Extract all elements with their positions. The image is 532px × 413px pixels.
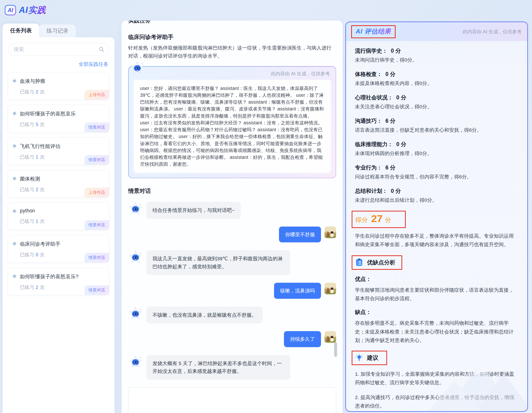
tab-practice-records[interactable]: 练习记录 <box>39 25 76 37</box>
cons-text: 存在较多明显不足。病史采集不完整，未询问药物和过敏史、流行病学史；未提及体格检查… <box>355 319 518 344</box>
user-message-row: 咳嗽，流鼻涕吗 <box>128 283 336 299</box>
app-title: AI实践 <box>19 4 46 16</box>
user-avatar <box>324 283 336 294</box>
robot-mascot <box>130 61 145 76</box>
task-type-badge: 情景对话 <box>85 285 109 295</box>
task-card-title: 血液与肿瘤 <box>20 78 81 84</box>
main-scrollbar-thumb[interactable] <box>334 342 337 357</box>
evaluation-title: AI 评估结果 <box>356 28 391 35</box>
task-card[interactable]: 血液与肿瘤 已练习2次 上传作品 <box>8 72 109 100</box>
ai-generated-disclaimer: 此内容由 AI 生成，仅供参考 <box>463 28 522 35</box>
user-avatar <box>324 226 336 238</box>
robot-star-avatar-icon <box>128 355 143 370</box>
score-item: 心理社会状况：0 分 未关注患者心理社会状况，得0分。 <box>355 94 518 110</box>
bullet-dot-icon <box>13 242 16 245</box>
task-card-title: 临床问诊考评助手 <box>20 241 81 247</box>
practice-main-panel: 实践任务 临床问诊考评助手 针对发热（发热伴双侧颈部和腹股沟淋巴结肿大）这一症状… <box>122 20 343 413</box>
robot-star-avatar-icon <box>128 250 143 265</box>
bullet-dot-icon <box>13 112 16 115</box>
bot-avatar <box>128 355 143 371</box>
advice-item: 2. 提高沟通技巧，在问诊过程中多关心患者感受，给予适当的安抚，增强患者的信任。 <box>355 393 518 410</box>
bot-message-bubble: 不咳嗽，也没有流鼻涕，就是喉咙有点不舒服。 <box>146 307 263 324</box>
task-type-badge: 情景对话 <box>85 220 109 230</box>
search-input[interactable] <box>8 43 109 56</box>
section-title-scenario-dialog: 情景对话 <box>128 187 151 195</box>
dialog-transcript: user：您好，请问您最近哪里不舒服？ assistant：医生，我这几天发烧，… <box>133 80 331 173</box>
task-type-badge: 情景对话 <box>85 122 109 132</box>
task-type-badge: 上传作品 <box>85 188 109 197</box>
app-header: AI AI实践 <box>5 4 46 16</box>
bot-message-row: 结合任务情景开始练习，与我对话吧~ <box>128 202 336 219</box>
tab-task-list[interactable]: 任务列表 <box>3 24 39 37</box>
task-list: 血液与肿瘤 已练习2次 上传作品 如何听懂孩子的喜怒哀乐 已练习5次 情景对话 … <box>8 72 109 295</box>
score-list: 流行病学史：0 分 未询问流行病学史，得0分。 体格检查：0 分 未提及体格检查… <box>355 47 518 203</box>
ai-transcript-box: 此内容由 AI 生成，仅供参考 user：您好，请问您最近哪里不舒服？ assi… <box>128 66 336 178</box>
task-type-badge: 上传作品 <box>85 90 109 100</box>
bullet-dot-icon <box>13 145 16 147</box>
task-card-title: 如何听懂孩子的喜怒哀乐 <box>20 110 81 117</box>
pros-text: 学生能够简洁地询问患者主要症状和部分伴随症状，语言表达较为直接，基本符合问诊的初… <box>355 286 518 303</box>
all-tasks-link[interactable]: 全部实践任务 <box>8 61 108 67</box>
pros-cons-title: 优缺点分析 <box>367 259 395 266</box>
score-item: 临床推理能力：0 分 未体现对病因的分析推理，得0分。 <box>355 141 518 157</box>
bot-avatar <box>128 202 143 217</box>
user-message-bubble: 咳嗽，流鼻涕吗 <box>274 283 321 299</box>
robot-star-avatar-icon <box>128 307 143 321</box>
score-item: 专业行为：6 分 问诊过程基本符合专业规范，但内容不完整，得6分。 <box>355 164 518 180</box>
advice-section-header: 建议 <box>352 351 387 365</box>
user-photo-avatar <box>324 283 336 294</box>
user-photo-avatar <box>324 226 336 238</box>
annotation-box-eval-title: AI 评估结果 <box>351 25 396 38</box>
sidebar-panel: 全部实践任务 血液与肿瘤 已练习2次 上传作品 如何听懂孩子的喜怒哀乐 已练习5… <box>3 37 114 413</box>
chat-message-input[interactable] <box>128 387 336 413</box>
advice-title: 建议 <box>367 354 378 362</box>
bot-avatar <box>128 307 143 322</box>
user-message-bubble: 持续多久了 <box>284 331 321 347</box>
task-card[interactable]: 如何听懂孩子的喜怒哀乐 已练习5次 情景对话 <box>8 105 109 132</box>
total-score-value: 27 <box>371 213 383 225</box>
score-item: 流行病学史：0 分 未询问流行病学史，得0分。 <box>355 47 518 63</box>
robot-star-avatar-icon <box>128 202 143 216</box>
task-card-title: 飞机飞行性能评估 <box>20 143 81 150</box>
task-card[interactable]: 飞机飞行性能评估 已练习1次 情景对话 <box>8 137 109 165</box>
pros-label: 优点： <box>355 275 518 283</box>
evaluation-summary: 学生在问诊过程中存在较多不足，整体询诊水平有待提高。专业知识运用和病史采集不够全… <box>355 232 518 249</box>
sidebar: 任务列表 练习记录 全部实践任务 血液与肿瘤 已练习2次 上传作品 如何听懂孩子… <box>3 24 114 413</box>
bot-message-row: 不咳嗽，也没有流鼻涕，就是喉咙有点不舒服。 <box>128 307 336 324</box>
task-card[interactable]: 如何听懂孩子的喜怒哀乐? 已练习2次 情景对话 <box>8 268 109 295</box>
chat-area: 结合任务情景开始练习，与我对话吧~ 你哪里不舒服 我这几天一直发烧，最高烧到39… <box>128 202 336 380</box>
search-icon <box>98 46 104 53</box>
task-type-badge: 情景对话 <box>85 253 109 263</box>
total-score: 得分 27 分 <box>352 211 406 228</box>
score-item: 沟通技巧：6 分 语言表达简洁直接，但缺乏对患者的关心和安抚，得6分。 <box>355 117 518 133</box>
user-message-bubble: 你哪里不舒服 <box>279 226 321 242</box>
task-card-title: 如何听懂孩子的喜怒哀乐? <box>20 273 81 280</box>
score-item: 体格检查：0 分 未提及体格检查相关内容，得0分。 <box>355 71 518 87</box>
app-logo-icon: AI <box>5 5 16 15</box>
task-card-title: 菌体检测 <box>20 175 81 182</box>
lightbulb-icon <box>355 354 363 362</box>
bot-avatar <box>128 250 143 266</box>
user-avatar <box>324 331 336 343</box>
clipboard-list-icon <box>355 258 363 267</box>
user-photo-avatar <box>324 331 336 343</box>
bot-message-bubble: 我这几天一直发烧，最高烧到39℃，脖子和腹股沟两边的淋巴结也肿起来了，感觉特别难… <box>146 250 290 275</box>
bot-message-row: 发烧大概有 5 天了，淋巴结肿起来差不多也是这个时间，一开始没太在意，后来感觉越… <box>128 355 336 380</box>
current-task-title: 临床问诊考评助手 <box>128 33 336 41</box>
bullet-dot-icon <box>13 177 16 180</box>
user-message-row: 持续多久了 <box>128 331 336 347</box>
score-item: 总结和计划：0 分 未进行总结和提出后续计划，得0分。 <box>355 187 518 203</box>
current-task-description: 针对发热（发热伴双侧颈部和腹股沟淋巴结肿大）这一症状，学生需要扮演医生，与病人进… <box>128 44 336 60</box>
ai-generated-disclaimer: 此内容由 AI 生成，仅供参考 <box>133 71 330 77</box>
advice-list: 1. 加强专业知识学习，全面掌握病史采集的内容和方法，在问诊时要涵盖药物和过敏史… <box>355 370 518 412</box>
sidebar-tabs: 任务列表 练习记录 <box>3 24 114 37</box>
task-type-badge: 情景对话 <box>85 155 109 165</box>
advice-item: 1. 加强专业知识学习，全面掌握病史采集的内容和方法，在问诊时要涵盖药物和过敏史… <box>355 370 518 387</box>
task-card[interactable]: 临床问诊考评助手 已练习0次 情景对话 <box>8 235 109 263</box>
task-card[interactable]: 菌体检测 已练习2次 上传作品 <box>8 170 109 197</box>
pros-cons-section-header: 优缺点分析 <box>352 255 402 270</box>
task-card[interactable]: python 已练习1次 情景对话 <box>8 203 109 230</box>
bullet-dot-icon <box>13 210 16 212</box>
bot-message-bubble: 发烧大概有 5 天了，淋巴结肿起来差不多也是这个时间，一开始没太在意，后来感觉越… <box>146 355 290 380</box>
robot-star-avatar-icon <box>130 61 145 75</box>
